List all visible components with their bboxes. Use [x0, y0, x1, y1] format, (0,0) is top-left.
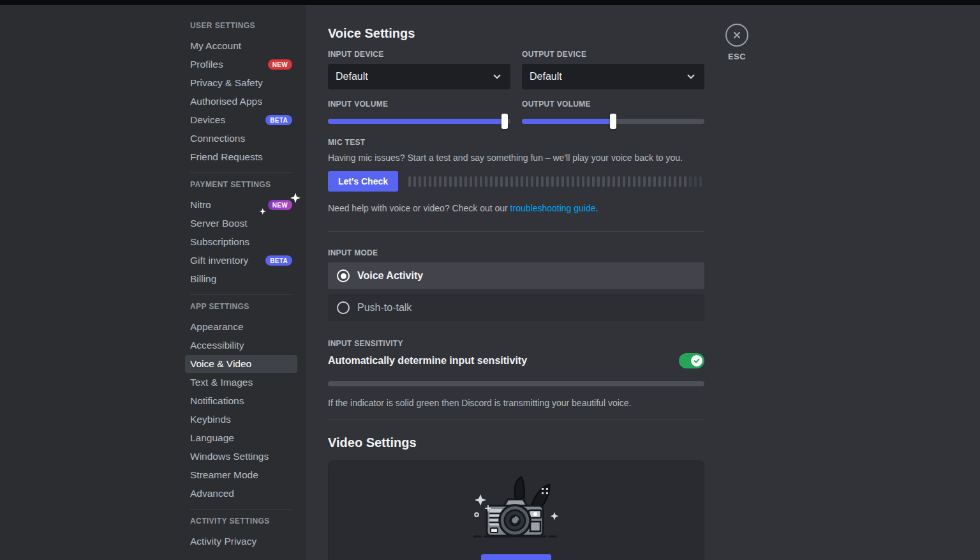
sidebar-item-gift-inventory[interactable]: Gift inventoryBETA [185, 252, 297, 269]
meter-segment [505, 176, 508, 187]
meter-segment [454, 176, 457, 187]
badge-new: NEW [268, 59, 292, 70]
meter-segment [669, 176, 671, 187]
input-mode-option-label: Voice Activity [357, 270, 423, 282]
sidebar-item-privacy-safety[interactable]: Privacy & Safety [185, 74, 297, 92]
section-divider [328, 231, 704, 232]
sidebar-item-profiles[interactable]: ProfilesNEW [185, 56, 297, 73]
sidebar-item-authorised-apps[interactable]: Authorised Apps [185, 93, 297, 110]
sidebar-item-label: Voice & Video [190, 358, 251, 370]
sidebar-item-label: My Account [190, 40, 241, 52]
sidebar-item-label: Windows Settings [190, 451, 269, 462]
sidebar-item-label: Accessibility [190, 340, 244, 351]
close-icon[interactable] [725, 24, 748, 47]
sidebar-item-label: Notifications [190, 395, 244, 407]
check-icon [693, 357, 701, 365]
lets-check-button[interactable]: Let's Check [328, 171, 398, 192]
meter-segment [597, 176, 600, 187]
output-device-value: Default [530, 71, 562, 82]
input-device-select[interactable]: Default [328, 64, 510, 89]
meter-segment [516, 176, 518, 187]
sidebar-item-label: Billing [190, 273, 216, 285]
sidebar-item-connections[interactable]: Connections [185, 130, 297, 148]
sidebar-item-nitro[interactable]: NitroNEW [185, 196, 297, 214]
meter-segment [551, 176, 554, 187]
meter-segment [541, 176, 544, 187]
close-settings-button[interactable]: ESC [725, 24, 748, 61]
sidebar-item-voice-video[interactable]: Voice & Video [185, 355, 297, 373]
sidebar-item-windows-settings[interactable]: Windows Settings [185, 448, 297, 465]
sidebar-section-header-app-settings: APP SETTINGS [185, 301, 297, 312]
video-settings-title: Video Settings [328, 435, 704, 450]
voice-settings-title: Voice Settings [328, 26, 704, 41]
meter-segment [694, 176, 697, 187]
meter-segment [510, 176, 513, 187]
meter-segment [577, 176, 579, 187]
sidebar-section-header-user-settings: USER SETTINGS [185, 20, 297, 31]
auto-sensitivity-toggle[interactable] [679, 353, 704, 368]
sidebar-item-accessibility[interactable]: Accessibility [185, 337, 297, 354]
sidebar-item-streamer-mode[interactable]: Streamer Mode [185, 466, 297, 484]
meter-segment [424, 176, 426, 187]
meter-segment [567, 176, 569, 187]
sidebar-item-text-images[interactable]: Text & Images [185, 374, 297, 391]
sidebar-item-label: Gift inventory [190, 255, 248, 266]
sidebar-item-label: Nitro [190, 199, 211, 211]
input-volume-slider[interactable] [328, 114, 510, 129]
sidebar-item-my-account[interactable]: My Account [185, 37, 297, 55]
meter-segment [643, 176, 646, 187]
sidebar-item-notifications[interactable]: Notifications [185, 392, 297, 410]
meter-segment [648, 176, 651, 187]
meter-segment [434, 176, 436, 187]
input-volume-label: INPUT VOLUME [328, 100, 510, 109]
chevron-down-icon [685, 71, 697, 82]
meter-segment [526, 176, 528, 187]
sidebar-section-header-activity-settings: ACTIVITY SETTINGS [185, 516, 297, 526]
sidebar-item-label: Advanced [190, 488, 234, 499]
meter-segment [658, 176, 661, 187]
sidebar-item-subscriptions[interactable]: Subscriptions [185, 233, 297, 251]
mic-meter [408, 176, 704, 187]
meter-segment [546, 176, 549, 187]
input-mode-label: INPUT MODE [328, 248, 704, 257]
meter-segment [653, 176, 656, 187]
sidebar-item-activity-privacy[interactable]: Activity Privacy [185, 533, 297, 550]
settings-sidebar: USER SETTINGSMy AccountProfilesNEWPrivac… [0, 0, 306, 560]
sidebar-item-label: Privacy & Safety [190, 77, 263, 89]
sidebar-item-server-boost[interactable]: Server Boost [185, 215, 297, 232]
meter-segment [664, 176, 666, 187]
output-volume-slider-handle[interactable] [610, 114, 616, 129]
video-preview-panel: Test Video [328, 460, 704, 560]
mic-test-label: MIC TEST [328, 138, 704, 147]
sidebar-item-label: Devices [190, 114, 225, 126]
input-volume-slider-handle[interactable] [501, 114, 508, 129]
meter-segment [408, 176, 411, 187]
sidebar-item-appearance[interactable]: Appearance [185, 318, 297, 336]
test-video-button[interactable]: Test Video [481, 554, 551, 560]
input-mode-option-push-to-talk[interactable]: Push-to-talk [328, 294, 704, 321]
sidebar-item-devices[interactable]: DevicesBETA [185, 111, 297, 129]
troubleshooting-guide-link[interactable]: troubleshooting guide [510, 203, 596, 213]
input-mode-option-voice-activity[interactable]: Voice Activity [328, 262, 704, 289]
toggle-knob [691, 355, 702, 367]
meter-segment [561, 176, 564, 187]
meter-segment [607, 176, 610, 187]
output-device-select[interactable]: Default [522, 64, 704, 89]
meter-segment [531, 176, 533, 187]
help-text: Need help with voice or video? Check out… [328, 203, 510, 213]
sidebar-item-label: Language [190, 432, 234, 444]
slider-fill [522, 119, 613, 124]
meter-segment [612, 176, 615, 187]
sidebar-item-keybinds[interactable]: Keybinds [185, 411, 297, 428]
meter-segment [490, 176, 493, 187]
section-divider [328, 419, 704, 420]
output-volume-slider[interactable] [522, 114, 704, 129]
meter-segment [623, 176, 625, 187]
sidebar-item-billing[interactable]: Billing [185, 270, 297, 288]
sidebar-item-advanced[interactable]: Advanced [185, 485, 297, 503]
slider-track [328, 119, 510, 124]
sidebar-item-friend-requests[interactable]: Friend Requests [185, 148, 297, 166]
meter-segment [684, 176, 687, 187]
sidebar-item-language[interactable]: Language [185, 429, 297, 447]
input-mode-option-label: Push-to-talk [357, 302, 412, 314]
